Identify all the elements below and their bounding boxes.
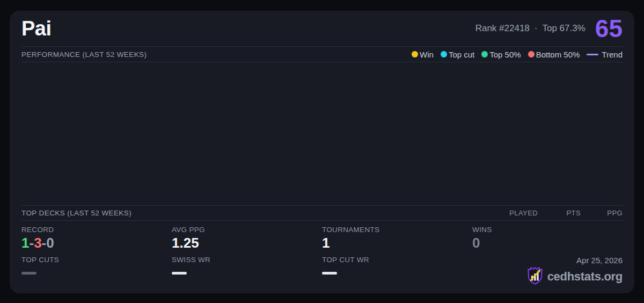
record-separator: - (29, 235, 34, 251)
card-header: Pai Rank #22418 · Top 67.3% 65 (21, 11, 623, 46)
legend-item-top-cut: Top cut (441, 50, 474, 59)
legend-label: Top 50% (489, 50, 521, 59)
avg-ppg-value: 1.25 (172, 235, 322, 251)
card-date: Apr 25, 2026 (576, 256, 623, 265)
legend-label: Win (420, 50, 434, 59)
wins-label: WINS (472, 226, 623, 234)
performance-section-title: PERFORMANCE (LAST 52 WEEKS) (21, 50, 147, 59)
record-losses: 3 (34, 235, 41, 251)
record-wins: 1 (21, 235, 29, 251)
legend-label: Trend (602, 50, 623, 59)
legend-item-top-50: Top 50% (481, 50, 521, 59)
rank-text: Rank #22418 (475, 23, 530, 34)
rank-line: Rank #22418 · Top 67.3% (475, 23, 586, 34)
record-label: RECORD (21, 226, 172, 234)
chart-legend: Win Top cut Top 50% Bottom 50% Trend (412, 50, 623, 59)
bottom-50-dot-icon (528, 51, 535, 57)
legend-item-bottom-50: Bottom 50% (528, 50, 580, 59)
top-percent-text: Top 67.3% (542, 23, 585, 34)
performance-chart (21, 62, 623, 205)
legend-label: Top cut (449, 50, 474, 59)
stat-top-cuts: TOP CUTS (21, 256, 172, 287)
top-50-dot-icon (481, 51, 488, 57)
swiss-wr-value-dash (172, 272, 187, 275)
wins-value: 0 (472, 235, 623, 251)
stat-top-cut-wr: TOP CUT WR (322, 256, 472, 287)
top-decks-section-title: TOP DECKS (LAST 52 WEEKS) (21, 209, 131, 217)
column-header-pts: PTS (538, 209, 581, 217)
header-rank-group: Rank #22418 · Top 67.3% 65 (475, 16, 623, 41)
tournaments-label: TOURNAMENTS (322, 226, 472, 234)
record-value: 1-3-0 (21, 235, 172, 251)
record-draws: 0 (46, 235, 54, 251)
card-footer: Apr 25, 2026 cedhstats.org (472, 256, 623, 287)
legend-item-trend: Trend (587, 50, 623, 59)
win-dot-icon (412, 51, 418, 57)
column-header-played: PLAYED (493, 209, 538, 217)
top-cuts-label: TOP CUTS (21, 256, 172, 264)
stat-swiss-wr: SWISS WR (172, 256, 322, 287)
legend-item-win: Win (412, 50, 434, 59)
record-separator: - (42, 235, 47, 251)
player-stats-card: Pai Rank #22418 · Top 67.3% 65 PERFORMAN… (10, 11, 634, 293)
cedhstats-shield-logo-icon (527, 266, 543, 287)
top-cuts-value-dash (21, 272, 36, 275)
trend-line-icon (587, 54, 598, 55)
top-cut-wr-label: TOP CUT WR (322, 256, 472, 264)
top-decks-header-row: TOP DECKS (LAST 52 WEEKS) PLAYED PTS PPG (21, 206, 623, 220)
stat-tournaments: TOURNAMENTS 1 (322, 226, 472, 251)
stat-wins: WINS 0 (472, 226, 623, 251)
avg-ppg-label: AVG PPG (172, 226, 322, 234)
player-score: 65 (595, 16, 623, 41)
stat-record: RECORD 1-3-0 (21, 226, 172, 251)
column-header-ppg: PPG (581, 209, 623, 217)
brand-name: cedhstats.org (547, 270, 623, 284)
top-cut-dot-icon (441, 51, 447, 57)
top-decks-columns: PLAYED PTS PPG (493, 209, 623, 217)
performance-header-row: PERFORMANCE (LAST 52 WEEKS) Win Top cut … (21, 47, 623, 62)
rank-separator: · (535, 23, 538, 34)
top-cut-wr-value-dash (322, 272, 337, 275)
legend-label: Bottom 50% (536, 50, 580, 59)
tournaments-value: 1 (322, 235, 472, 251)
player-name: Pai (21, 17, 52, 40)
stat-avg-ppg: AVG PPG 1.25 (172, 226, 322, 251)
brand[interactable]: cedhstats.org (527, 266, 623, 287)
stats-grid: RECORD 1-3-0 AVG PPG 1.25 TOURNAMENTS 1 … (21, 221, 623, 293)
swiss-wr-label: SWISS WR (172, 256, 322, 264)
